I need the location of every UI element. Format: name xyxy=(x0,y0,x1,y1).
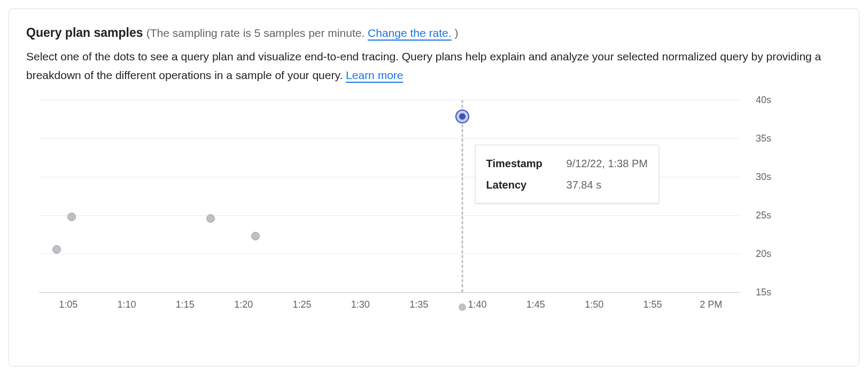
gridline xyxy=(39,100,740,100)
sampling-prefix: (The sampling rate is 5 samples per minu… xyxy=(146,27,365,39)
card-description: Select one of the dots to see a query pl… xyxy=(26,47,839,85)
hover-vertical-line xyxy=(461,100,463,292)
x-axis-tick: 1:10 xyxy=(117,299,136,310)
x-axis-tick: 1:30 xyxy=(351,299,370,310)
gridline xyxy=(39,138,740,139)
y-axis-tick: 40s xyxy=(756,95,771,106)
x-axis-tick: 1:55 xyxy=(643,299,662,310)
x-axis-tick: 1:05 xyxy=(59,299,78,310)
sample-dot[interactable] xyxy=(67,213,76,221)
x-axis-tick: 1:15 xyxy=(176,299,195,310)
sample-dot-selected[interactable] xyxy=(455,110,469,123)
sample-dot-selected-inner xyxy=(459,113,466,120)
card-title: Query plan samples xyxy=(26,26,143,40)
sample-dot[interactable] xyxy=(52,245,61,254)
plot-area[interactable]: 40s35s30s25s20s15s1:051:101:151:201:251:… xyxy=(39,100,740,292)
description-text: Select one of the dots to see a query pl… xyxy=(26,50,821,82)
tooltip-latency-value: 37.84 s xyxy=(567,174,602,196)
x-axis-tick: 2 PM xyxy=(700,299,722,310)
y-axis-tick: 35s xyxy=(756,133,771,144)
x-axis-tick: 1:45 xyxy=(526,299,545,310)
hover-line-endcap xyxy=(459,303,466,311)
gridline xyxy=(39,292,740,293)
latency-scatter-chart[interactable]: 40s35s30s25s20s15s1:051:101:151:201:251:… xyxy=(26,100,842,324)
card-header: Query plan samples (The sampling rate is… xyxy=(26,24,842,42)
sample-dot[interactable] xyxy=(251,232,260,240)
y-axis-tick: 20s xyxy=(756,248,771,260)
tooltip-timestamp-value: 9/12/22, 1:38 PM xyxy=(567,153,648,174)
y-axis-tick: 30s xyxy=(756,171,771,183)
gridline xyxy=(39,215,740,216)
sample-dot[interactable] xyxy=(206,214,215,223)
y-axis-tick: 25s xyxy=(756,210,771,221)
x-axis-tick: 1:25 xyxy=(292,299,311,310)
x-axis-tick: 1:40 xyxy=(468,299,486,310)
x-axis-tick: 1:50 xyxy=(585,299,603,310)
y-axis-tick: 15s xyxy=(756,287,771,298)
learn-more-link[interactable]: Learn more xyxy=(346,69,403,83)
x-axis-tick: 1:35 xyxy=(409,299,428,310)
sampling-suffix: ) xyxy=(454,27,458,39)
hover-tooltip: Timestamp9/12/22, 1:38 PMLatency37.84 s xyxy=(475,145,659,204)
x-axis-tick: 1:20 xyxy=(234,299,253,310)
tooltip-timestamp-label: Timestamp xyxy=(486,153,545,174)
query-plan-samples-card: Query plan samples (The sampling rate is… xyxy=(9,9,859,366)
sampling-note: (The sampling rate is 5 samples per minu… xyxy=(146,27,459,41)
change-rate-link[interactable]: Change the rate. xyxy=(368,27,451,41)
gridline xyxy=(39,254,740,254)
tooltip-latency-label: Latency xyxy=(486,174,545,196)
